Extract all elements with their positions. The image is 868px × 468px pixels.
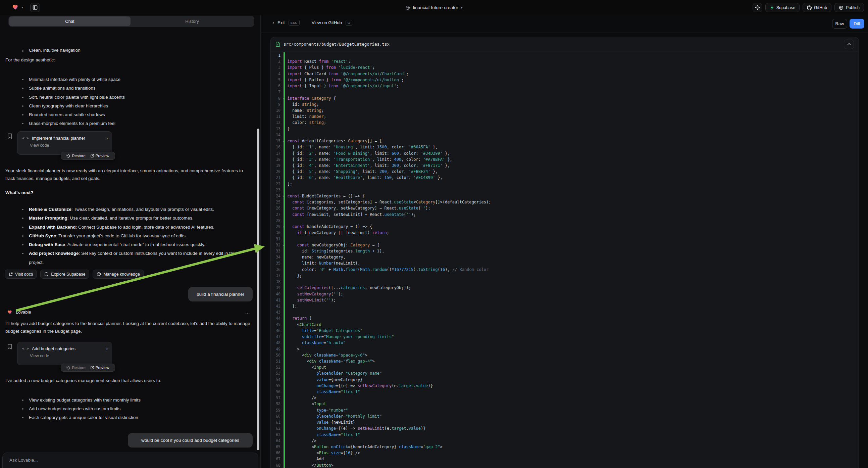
- chevron-right-icon: ›: [106, 347, 108, 351]
- user-message: would be cool if you could add budget ca…: [128, 433, 253, 447]
- view-code-link[interactable]: View code: [18, 351, 112, 358]
- fold-chevron-icon[interactable]: ∨: [282, 95, 284, 101]
- file-added-icon: [276, 41, 280, 47]
- raw-toggle-button[interactable]: Raw: [832, 19, 847, 29]
- package-icon: [97, 272, 101, 276]
- list-item: Each category gets a unique color for vi…: [19, 413, 250, 422]
- project-switcher[interactable]: financial-future-creator ▾: [0, 0, 868, 15]
- user-message: build a financial planner: [188, 287, 253, 301]
- chevron-up-icon: [847, 43, 851, 45]
- file-header[interactable]: src/components/budget/BudgetCategories.t…: [271, 37, 859, 51]
- restore-icon: [66, 154, 70, 158]
- top-bar: ▾ financial-future-creator ▾: [0, 0, 868, 15]
- code-line: 46 title="Budget Categories": [271, 328, 859, 334]
- chat-input[interactable]: [9, 457, 244, 467]
- diff-toggle-button[interactable]: Diff: [849, 19, 864, 29]
- code-line: 48 className="h-auto": [271, 340, 859, 346]
- view-code-link[interactable]: View code: [18, 141, 112, 148]
- manage-knowledge-button[interactable]: Manage knowledge: [93, 270, 144, 279]
- fold-chevron-icon[interactable]: ∨: [282, 138, 284, 144]
- explore-supabase-button[interactable]: Explore Supabase: [40, 270, 89, 279]
- code-view-header: ‹ Exit ESC View on GitHub G Raw Diff: [261, 15, 868, 33]
- external-link-icon: [90, 366, 94, 370]
- list-item: Debug with Ease: Activate our experiment…: [19, 240, 250, 249]
- version-card-implement-financial-planner[interactable]: < > Implement financial planner › View c…: [17, 131, 112, 155]
- code-line: 24∨const BudgetCategories = () => {: [271, 193, 859, 199]
- globe-icon: [405, 5, 410, 10]
- fold-chevron-icon[interactable]: ∨: [282, 242, 284, 248]
- collapse-file-button[interactable]: [844, 39, 854, 49]
- list-item: Clean typography with clear hierarchies: [19, 102, 250, 111]
- file-diff-card: src/components/budget/BudgetCategories.t…: [271, 37, 859, 468]
- visit-docs-button[interactable]: Visit docs: [5, 270, 37, 279]
- code-line: 62 onChange={(e) => setNewLimit(e.target…: [271, 426, 859, 431]
- code-line: 56 className="flex-1": [271, 389, 859, 395]
- supabase-button[interactable]: Supabase: [765, 3, 800, 12]
- version-card-add-budget-categories[interactable]: < > Add budget categories › View code: [17, 342, 112, 365]
- quick-actions: Visit docs Explore Supabase Manage knowl…: [5, 270, 144, 279]
- code-line: 8∨interface Category {: [271, 95, 859, 101]
- chat-scrollbar[interactable]: [257, 128, 259, 450]
- view-on-github-button[interactable]: View on GitHub: [312, 20, 342, 25]
- bookmark-icon[interactable]: [7, 344, 12, 350]
- tab-chat[interactable]: Chat: [9, 17, 130, 26]
- code-line: 40 setNewCategory('');: [271, 291, 859, 297]
- code-line: 64 />: [271, 438, 859, 444]
- publish-label: Publish: [846, 5, 860, 10]
- list-item: Minimalist interface with plenty of whit…: [19, 75, 250, 84]
- code-icon: < >: [22, 136, 29, 140]
- code-line: 51 <div className="flex gap-4">: [271, 358, 859, 364]
- chat-history-tabs: Chat History: [8, 16, 254, 27]
- exit-button[interactable]: ‹ Exit: [273, 20, 285, 26]
- whats-next-list: Refine & Customize: Tweak the design, an…: [5, 205, 250, 267]
- code-line: 60 placeholder="Monthly limit": [271, 413, 859, 419]
- settings-button[interactable]: [752, 3, 762, 12]
- chevron-left-icon: ‹: [273, 20, 274, 26]
- fold-chevron-icon[interactable]: ∨: [282, 224, 284, 230]
- code-line: 27 const [newLimit, setNewLimit] = React…: [271, 211, 859, 217]
- supabase-label: Supabase: [776, 5, 795, 10]
- code-line: 20 { id: '5', name: 'Shopping', limit: 2…: [271, 169, 859, 175]
- code-line: 7: [271, 89, 859, 95]
- list-item: Soft, neutral color palette with light b…: [19, 93, 250, 102]
- chat-panel: Chat History Clean, intuitive navigation…: [0, 15, 261, 468]
- tab-history[interactable]: History: [130, 16, 254, 27]
- code-line: 6import { Input } from '@/components/ui/…: [271, 83, 859, 89]
- code-line: 37 };: [271, 273, 859, 279]
- publish-button[interactable]: Publish: [834, 3, 864, 12]
- external-link-icon: [9, 272, 13, 276]
- assistant-name: Lovable: [16, 310, 31, 315]
- restore-button[interactable]: Restore: [66, 154, 85, 158]
- code-line: 42 };: [271, 303, 859, 309]
- code-line: 50 <div className="space-y-6">: [271, 352, 859, 358]
- code-line: 26 const [newCategory, setNewCategory] =…: [271, 205, 859, 211]
- code-editor[interactable]: 12import React from 'react';3import { Pl…: [271, 51, 859, 468]
- code-line: 5import { Button } from '@/components/ui…: [271, 77, 859, 83]
- code-line: 36 color: '#' + Math.floor(Math.random()…: [271, 267, 859, 273]
- message-menu-button[interactable]: ...: [245, 310, 250, 315]
- code-line: 45 <ChartCard: [271, 322, 859, 328]
- code-line: 10 name: string;: [271, 108, 859, 114]
- preview-button[interactable]: Preview: [90, 365, 110, 370]
- fold-chevron-icon[interactable]: ∨: [282, 193, 284, 199]
- file-path: src/components/budget/BudgetCategories.t…: [283, 41, 390, 47]
- version-card-title: Implement financial planner: [32, 136, 103, 141]
- code-line: 47 subtitle="Manage your spending limits…: [271, 334, 859, 340]
- code-line: 63 className="flex-1": [271, 432, 859, 438]
- design-bullet-list: Minimalist interface with plenty of whit…: [5, 75, 250, 128]
- design-heading: For the design aesthetic:: [5, 56, 250, 64]
- code-line: 11 limit: number;: [271, 114, 859, 119]
- code-line: 17 { id: '2', name: 'Food & Dining', lim…: [271, 150, 859, 156]
- list-item: Add new budget categories with custom li…: [19, 405, 250, 413]
- bookmark-icon[interactable]: [7, 133, 12, 139]
- preview-button[interactable]: Preview: [90, 154, 110, 158]
- code-line: 67 Add: [271, 456, 859, 462]
- feature-bullet-list: View existing budget categories with the…: [5, 396, 250, 422]
- github-button[interactable]: GitHub: [803, 3, 831, 12]
- code-line: 53 placeholder="Category name": [271, 370, 859, 376]
- chevron-down-icon: ▾: [461, 6, 463, 9]
- restore-button[interactable]: Restore: [66, 365, 85, 370]
- code-line: 49 >: [271, 346, 859, 352]
- project-name: financial-future-creator: [413, 5, 458, 10]
- code-view-panel: ‹ Exit ESC View on GitHub G Raw Diff: [261, 15, 868, 468]
